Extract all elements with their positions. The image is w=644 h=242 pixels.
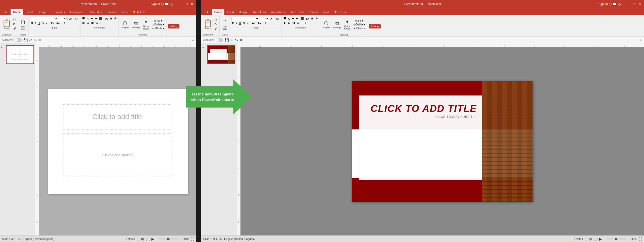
right-increase-indent-btn[interactable]: ⇥ [295, 17, 299, 20]
left-autosave-toggle[interactable] [14, 38, 22, 42]
left-shadow-btn[interactable]: s [45, 21, 48, 25]
left-tab-slideshow[interactable]: Slide Show [86, 9, 105, 15]
right-slide-sorter-btn[interactable]: ⊞ [589, 237, 592, 241]
left-normal-view-btn[interactable]: ⊡ [137, 237, 140, 241]
right-fit-slide-btn[interactable]: ⛶ [638, 237, 642, 241]
left-canvas-scroll[interactable]: Click to add title Click to add subtitle [39, 47, 196, 235]
left-title-placeholder[interactable]: Click to add title [63, 104, 171, 129]
right-maximize-btn[interactable]: □ [633, 2, 636, 6]
right-sign-in-link[interactable]: Sign in [598, 2, 608, 6]
right-increase-font-btn[interactable]: A↑ [270, 17, 274, 21]
right-zoom-in-btn[interactable]: + [628, 237, 630, 240]
right-line-spacing-btn[interactable]: ↕ [301, 21, 304, 25]
right-slide-thumbnail[interactable]: ★ [207, 45, 235, 64]
sign-in-link[interactable]: Sign in [151, 2, 160, 6]
left-bullets-btn[interactable]: ☰ [82, 17, 86, 20]
right-tab-animations[interactable]: Animations [268, 9, 287, 15]
left-justify-btn[interactable]: ▤ [95, 21, 99, 25]
right-bold-btn[interactable]: B [231, 21, 235, 25]
right-decrease-indent-btn[interactable]: ⇤ [291, 17, 295, 20]
right-cut-btn[interactable]: ✂ [214, 18, 218, 22]
right-share-icon[interactable]: ⬡ [609, 2, 612, 6]
right-change-case-btn[interactable]: Aa [257, 21, 262, 25]
left-align-right-btn[interactable]: ◨ [90, 21, 94, 25]
right-text-direction-btn[interactable]: ↕A [305, 17, 310, 20]
left-tab-tellme[interactable]: 💡 Tell me [130, 9, 148, 15]
left-tab-file[interactable]: File [1, 9, 11, 15]
left-underline-btn[interactable]: U [37, 21, 41, 25]
left-new-slide-btn[interactable]: 🗋 NewSlide [19, 18, 27, 31]
left-align-left-btn[interactable]: ◧ [82, 21, 86, 25]
right-justify-btn[interactable]: ▤ [296, 21, 300, 25]
right-notes-btn[interactable]: 📝 Notes [571, 237, 583, 241]
right-align-left-btn[interactable]: ◧ [283, 21, 287, 25]
right-char-spacing-btn[interactable]: AV [251, 21, 256, 25]
right-tab-design[interactable]: Design [236, 9, 250, 15]
right-columns-btn[interactable]: ⫿ [304, 21, 307, 25]
left-comments-icon[interactable]: 💬 [165, 2, 169, 6]
left-tab-design[interactable]: Design [35, 9, 49, 15]
right-new-slide-btn[interactable]: 🗋 NewSlide [221, 18, 229, 31]
right-shape-effects-btn[interactable]: ✦ Effects ▾ [352, 27, 366, 30]
left-share-icon[interactable]: ⬡ [161, 2, 164, 6]
left-zoom-slider[interactable] [159, 238, 179, 239]
left-cut-btn[interactable]: ✂ [13, 18, 17, 22]
left-zoom-in-btn[interactable]: + [181, 237, 182, 240]
left-italic-btn[interactable]: I [34, 21, 36, 25]
right-numbering-btn[interactable]: ⑆ [287, 17, 291, 20]
right-customize-btn[interactable]: ⚙ [239, 38, 242, 42]
left-increase-font-btn[interactable]: A↑ [68, 17, 73, 21]
left-tab-review[interactable]: Review [105, 9, 119, 15]
right-italic-btn[interactable]: I [235, 21, 238, 25]
left-slide-sorter-btn[interactable]: ⊞ [141, 237, 144, 241]
right-comments-icon[interactable]: 💬 [613, 2, 617, 6]
left-change-case-btn[interactable]: Aa [56, 21, 60, 25]
left-emoji-icon[interactable]: ☺ [170, 2, 174, 6]
right-zoom-out-btn[interactable]: − [603, 237, 605, 240]
left-char-spacing-btn[interactable]: AV [50, 21, 55, 25]
right-quick-styles-btn[interactable]: ✦ QuickStyles [343, 18, 351, 30]
right-shape-fill-btn[interactable]: ▭ Fill ▾ [352, 19, 366, 22]
right-paste-btn[interactable]: 📋 Paste [202, 19, 214, 30]
left-font-select[interactable] [30, 17, 58, 21]
left-tab-animations[interactable]: Animations [67, 9, 86, 15]
right-zoom-slider[interactable] [607, 238, 627, 239]
left-convert-smartart-btn[interactable]: ⚙ [113, 17, 117, 20]
left-customize-btn[interactable]: ⚙ [38, 38, 41, 42]
right-canvas-scroll[interactable]: CLICK TO ADD TITLE CLICK TO ADD SUBTITLE… [240, 47, 644, 235]
left-subtitle-placeholder[interactable]: Click to add subtitle [63, 133, 171, 177]
right-decrease-font-btn[interactable]: A↓ [275, 17, 280, 21]
left-shape-outline-btn[interactable]: □ Outline ▾ [151, 23, 165, 26]
left-shapes-btn[interactable]: ⬠ Shapes [120, 20, 130, 29]
left-fit-slide-btn[interactable]: ⛶ [191, 237, 194, 241]
right-shape-outline-btn[interactable]: □ Outline ▾ [352, 23, 366, 26]
right-tab-tellme[interactable]: 💡 Tell me [331, 9, 349, 15]
right-tab-view[interactable]: View [320, 9, 331, 15]
left-columns-btn[interactable]: ⫿ [103, 21, 106, 25]
left-align-center-btn[interactable]: ⊟ [86, 21, 90, 25]
left-copy-btn[interactable]: ⧉ [13, 22, 17, 26]
left-quick-styles-btn[interactable]: ✦ QuickStyles [142, 18, 150, 30]
left-notes-btn[interactable]: 📝 Notes [124, 237, 135, 241]
right-font-select[interactable] [231, 17, 259, 21]
right-slideshow-btn[interactable]: ▶ [599, 237, 602, 241]
right-themed-subtitle[interactable]: CLICK TO ADD SUBTITLE [359, 115, 482, 119]
right-convert-smartart-btn[interactable]: ⚙ [315, 17, 319, 20]
left-format-painter-btn[interactable]: 🖌 [13, 27, 17, 30]
right-undo-btn[interactable]: ↩ [230, 38, 233, 42]
right-tab-transitions[interactable]: Transitions [250, 9, 268, 15]
right-underline-btn[interactable]: U [238, 21, 242, 25]
left-bold-btn[interactable]: B [30, 21, 34, 25]
right-font-color-btn[interactable]: A [264, 21, 267, 25]
left-line-spacing-btn[interactable]: ↕ [99, 21, 102, 25]
right-save-btn[interactable]: 💾 [225, 38, 229, 42]
left-shape-fill-btn[interactable]: ▭ Fill ▾ [151, 19, 165, 22]
right-arrange-btn[interactable]: ⧉ Arrange [332, 20, 342, 29]
left-slide-thumbnail[interactable]: title subtitle [6, 45, 34, 64]
right-copy-btn[interactable]: ⧉ [214, 22, 218, 26]
left-font-color-btn[interactable]: A [63, 21, 66, 25]
left-minimize-btn[interactable]: ─ [180, 2, 184, 6]
right-reading-view-btn[interactable]: 📖 [593, 237, 598, 241]
left-align-text-btn[interactable]: ⊟ [109, 17, 113, 20]
right-align-right-btn[interactable]: ◨ [292, 21, 296, 25]
